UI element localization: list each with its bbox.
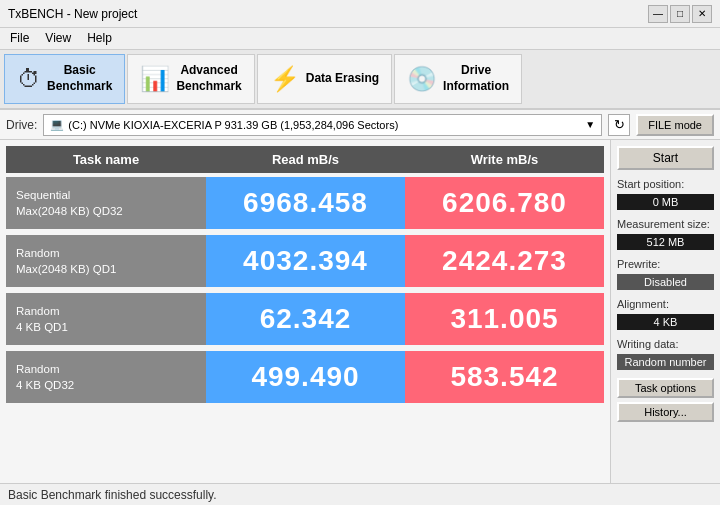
- row4-line2: 4 KB QD32: [16, 377, 74, 393]
- row-label-4: Random 4 KB QD32: [6, 351, 206, 403]
- table-row: Random 4 KB QD32 499.490 583.542: [6, 351, 604, 403]
- drive-icon: 💿: [407, 65, 437, 93]
- menu-file[interactable]: File: [4, 30, 35, 47]
- drive-bar: Drive: 💻 (C:) NVMe KIOXIA-EXCERIA P 931.…: [0, 110, 720, 140]
- advanced-benchmark-line2: Benchmark: [176, 79, 241, 95]
- history-button[interactable]: History...: [617, 402, 714, 422]
- row1-line1: Sequential: [16, 187, 123, 203]
- file-mode-button[interactable]: FILE mode: [636, 114, 714, 136]
- tab-drive-information[interactable]: 💿 Drive Information: [394, 54, 522, 104]
- measurement-size-value: 512 MB: [617, 234, 714, 250]
- drive-refresh-button[interactable]: ↻: [608, 114, 630, 136]
- row2-read: 4032.394: [206, 235, 405, 287]
- measurement-size-label: Measurement size:: [617, 218, 714, 230]
- menu-help[interactable]: Help: [81, 30, 118, 47]
- task-options-button[interactable]: Task options: [617, 378, 714, 398]
- table-header: Task name Read mB/s Write mB/s: [6, 146, 604, 173]
- row2-line1: Random: [16, 245, 116, 261]
- col-write: Write mB/s: [405, 146, 604, 173]
- start-position-label: Start position:: [617, 178, 714, 190]
- main-content: Task name Read mB/s Write mB/s Sequentia…: [0, 140, 720, 483]
- col-task-name: Task name: [6, 146, 206, 173]
- row4-write: 583.542: [405, 351, 604, 403]
- drive-value: (C:) NVMe KIOXIA-EXCERIA P 931.39 GB (1,…: [68, 119, 398, 131]
- row4-read: 499.490: [206, 351, 405, 403]
- tab-advanced-benchmark[interactable]: 📊 Advanced Benchmark: [127, 54, 254, 104]
- row3-write: 311.005: [405, 293, 604, 345]
- advanced-benchmark-line1: Advanced: [176, 63, 241, 79]
- chart-icon: 📊: [140, 65, 170, 93]
- menu-view[interactable]: View: [39, 30, 77, 47]
- row-label-2: Random Max(2048 KB) QD1: [6, 235, 206, 287]
- row3-line1: Random: [16, 303, 68, 319]
- minimize-button[interactable]: —: [648, 5, 668, 23]
- tab-data-erasing[interactable]: ⚡ Data Erasing: [257, 54, 392, 104]
- toolbar: ⏱ Basic Benchmark 📊 Advanced Benchmark ⚡…: [0, 50, 720, 110]
- row-label-1: Sequential Max(2048 KB) QD32: [6, 177, 206, 229]
- window-controls: — □ ✕: [648, 5, 712, 23]
- drive-selector[interactable]: 💻 (C:) NVMe KIOXIA-EXCERIA P 931.39 GB (…: [43, 114, 602, 136]
- dropdown-arrow-icon: ▼: [585, 119, 595, 130]
- writing-data-value[interactable]: Random number: [617, 354, 714, 370]
- row-label-3: Random 4 KB QD1: [6, 293, 206, 345]
- row3-line2: 4 KB QD1: [16, 319, 68, 335]
- window-title: TxBENCH - New project: [8, 7, 137, 21]
- row1-write: 6206.780: [405, 177, 604, 229]
- maximize-button[interactable]: □: [670, 5, 690, 23]
- basic-benchmark-line1: Basic: [47, 63, 112, 79]
- row1-line2: Max(2048 KB) QD32: [16, 203, 123, 219]
- drive-label: Drive:: [6, 118, 37, 132]
- title-bar: TxBENCH - New project — □ ✕: [0, 0, 720, 28]
- row4-line1: Random: [16, 361, 74, 377]
- row2-write: 2424.273: [405, 235, 604, 287]
- prewrite-label: Prewrite:: [617, 258, 714, 270]
- writing-data-label: Writing data:: [617, 338, 714, 350]
- start-position-value: 0 MB: [617, 194, 714, 210]
- col-read: Read mB/s: [206, 146, 405, 173]
- row2-line2: Max(2048 KB) QD1: [16, 261, 116, 277]
- tab-basic-benchmark[interactable]: ⏱ Basic Benchmark: [4, 54, 125, 104]
- row3-read: 62.342: [206, 293, 405, 345]
- menu-bar: File View Help: [0, 28, 720, 50]
- drive-info-line1: Drive: [443, 63, 509, 79]
- hdd-icon: 💻: [50, 118, 64, 131]
- table-row: Random Max(2048 KB) QD1 4032.394 2424.27…: [6, 235, 604, 287]
- basic-benchmark-line2: Benchmark: [47, 79, 112, 95]
- status-bar: Basic Benchmark finished successfully.: [0, 483, 720, 505]
- table-row: Sequential Max(2048 KB) QD32 6968.458 62…: [6, 177, 604, 229]
- table-row: Random 4 KB QD1 62.342 311.005: [6, 293, 604, 345]
- row1-read: 6968.458: [206, 177, 405, 229]
- alignment-value: 4 KB: [617, 314, 714, 330]
- close-button[interactable]: ✕: [692, 5, 712, 23]
- status-text: Basic Benchmark finished successfully.: [8, 488, 217, 502]
- erase-icon: ⚡: [270, 65, 300, 93]
- alignment-label: Alignment:: [617, 298, 714, 310]
- start-button[interactable]: Start: [617, 146, 714, 170]
- benchmark-table: Task name Read mB/s Write mB/s Sequentia…: [0, 140, 610, 483]
- prewrite-value[interactable]: Disabled: [617, 274, 714, 290]
- clock-icon: ⏱: [17, 65, 41, 93]
- drive-info-line2: Information: [443, 79, 509, 95]
- right-panel: Start Start position: 0 MB Measurement s…: [610, 140, 720, 483]
- data-erasing-label: Data Erasing: [306, 71, 379, 87]
